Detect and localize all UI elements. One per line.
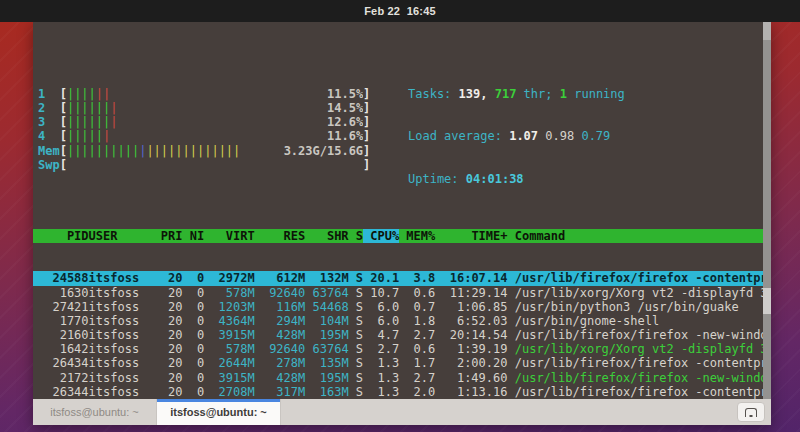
scrollbar[interactable] (763, 22, 771, 399)
meter-bracket: [ (60, 101, 67, 115)
meter-value: 3.23G/15.6G (284, 144, 363, 158)
meter-value: 14.5% (327, 101, 363, 115)
cell-mem: 1.8 (399, 314, 435, 328)
text-part: 1 (560, 87, 567, 101)
cell-s: S (349, 385, 363, 399)
column-header-time[interactable]: TIME+ (435, 229, 507, 243)
text-part: running (567, 87, 625, 101)
cell-cpu: 1.3 (363, 356, 399, 370)
cell-command: /usr/lib/firefox/firefox -new-window (508, 371, 764, 385)
cell-s: S (349, 286, 363, 300)
tab-label: itsfoss@ubuntu: ~ (170, 406, 267, 418)
column-header-shr[interactable]: SHR (305, 229, 348, 243)
tab-bar-button[interactable] (737, 402, 765, 422)
column-header-res[interactable]: RES (255, 229, 306, 243)
meter-bars: |||||||14.5% (67, 101, 363, 115)
process-row[interactable]: 2160itsfoss2003915M428M195MS4.72.720:14.… (33, 328, 763, 342)
process-table: 24588itsfoss2002972M612M132MS20.13.816:0… (33, 271, 763, 399)
cell-ni: 0 (182, 328, 204, 342)
cell-s: S (349, 300, 363, 314)
scrollbar-thumb-top[interactable] (763, 22, 771, 40)
process-row[interactable]: 26344itsfoss2002708M317M163MS1.32.01:13.… (33, 385, 763, 399)
text-part: 717 (495, 87, 517, 101)
column-header-cpu[interactable]: CPU% (363, 229, 399, 243)
cell-pid: 1630 (38, 286, 89, 300)
cell-time: 1:06.85 (435, 300, 507, 314)
column-header-pid[interactable]: PID (38, 229, 89, 243)
cell-virt: 578M (204, 286, 255, 300)
cell-pid: 2172 (38, 371, 89, 385)
meter-label: 1 (38, 87, 60, 101)
cell-pid: 24588 (38, 271, 89, 285)
cell-res: 116M (255, 300, 306, 314)
cell-res: 92640 (255, 286, 306, 300)
cell-ni: 0 (182, 300, 204, 314)
clock: Feb 22 16:45 (364, 5, 436, 17)
cell-pri: 20 (154, 356, 183, 370)
column-header-ni[interactable]: NI (182, 229, 204, 243)
tab-label: itsfoss@ubuntu: ~ (50, 406, 139, 418)
cell-time: 20:14.54 (435, 328, 507, 342)
process-row[interactable]: 27421itsfoss2001203M116M54468S6.00.71:06… (33, 300, 763, 314)
process-row[interactable]: 26434itsfoss2002644M278M135MS1.31.72:00.… (33, 356, 763, 370)
guake-terminal-window[interactable]: 1[||||||11.5%]2[|||||||14.5%]3[|||||||12… (33, 22, 771, 425)
column-header-pri[interactable]: PRI (154, 229, 183, 243)
meter-label: 3 (38, 115, 60, 129)
cell-s: S (349, 371, 363, 385)
column-header-s[interactable]: S (349, 229, 363, 243)
cell-shr: 195M (305, 328, 348, 342)
cell-virt: 1203M (204, 300, 255, 314)
htop-pane[interactable]: 1[||||||11.5%]2[|||||||14.5%]3[|||||||12… (33, 50, 763, 399)
cell-mem: 3.8 (399, 271, 435, 285)
cell-s: S (349, 356, 363, 370)
tab-list: itsfoss@ubuntu: ~itsfoss@ubuntu: ~ (33, 399, 281, 425)
meter-bracket: [ (60, 158, 67, 172)
tab-terminal-2[interactable]: itsfoss@ubuntu: ~ (157, 399, 281, 425)
meter-4: 4[||||||11.6%] (33, 129, 763, 143)
meter-bars: ||||||11.6% (67, 129, 363, 143)
cell-pri: 20 (154, 271, 183, 285)
cell-res: 428M (255, 328, 306, 342)
process-row[interactable]: 1642itsfoss200578M9264063764S2.70.61:39.… (33, 342, 763, 356)
column-header-mem[interactable]: MEM% (399, 229, 435, 243)
cell-virt: 4364M (204, 314, 255, 328)
meter-bracket: ] (363, 87, 370, 101)
process-row[interactable]: 24588itsfoss2002972M612M132MS20.13.816:0… (33, 271, 763, 285)
load-average-line: Load average: 1.07 0.98 0.79 (408, 129, 625, 143)
cell-command: /usr/lib/firefox/firefox -contentproc -c… (508, 271, 764, 285)
process-row[interactable]: 2172itsfoss2003915M428M195MS1.32.71:49.6… (33, 371, 763, 385)
tab-terminal-1[interactable]: itsfoss@ubuntu: ~ (33, 399, 157, 425)
process-row[interactable]: 1630itsfoss200578M9264063764S10.70.611:2… (33, 286, 763, 300)
cell-time: 1:49.60 (435, 371, 507, 385)
cell-res: 612M (255, 271, 306, 285)
cell-mem: 0.7 (399, 300, 435, 314)
cell-virt: 2972M (204, 271, 255, 285)
cell-cpu: 2.7 (363, 342, 399, 356)
terminal-content[interactable]: 1[||||||11.5%]2[|||||||14.5%]3[|||||||12… (33, 22, 763, 399)
uptime-line: Uptime: 04:01:38 (408, 172, 625, 186)
meter-value: 12.6% (327, 115, 363, 129)
column-header-command[interactable]: Command (508, 229, 764, 243)
meter-bar-segment: ||||| (67, 129, 103, 143)
meter-value: 11.6% (327, 129, 363, 143)
cell-pri: 20 (154, 300, 183, 314)
cell-mem: 2.0 (399, 385, 435, 399)
meter-bracket: ] (363, 158, 370, 172)
cell-user: itsfoss (89, 271, 154, 285)
cell-cpu: 6.0 (363, 314, 399, 328)
column-header-virt[interactable]: VIRT (204, 229, 255, 243)
process-table-header[interactable]: PIDUSERPRINIVIRTRESSHRSCPU%MEM%TIME+Comm… (33, 229, 763, 243)
process-row[interactable]: 1770itsfoss2004364M294M104MS6.01.86:52.0… (33, 314, 763, 328)
column-header-user[interactable]: USER (89, 229, 154, 243)
system-stats: Tasks: 139, 717 thr; 1 running Load aver… (408, 58, 625, 214)
cell-s: S (349, 342, 363, 356)
meter-bar-segment: | (110, 115, 117, 129)
meter-bar-segment: | (103, 129, 110, 143)
meter-bars: |||||||12.6% (67, 115, 363, 129)
text-part: Load average: (408, 129, 509, 143)
scrollbar-thumb-bottom[interactable] (763, 288, 771, 314)
cell-shr: 54468 (305, 300, 348, 314)
cell-cpu: 20.1 (363, 271, 399, 285)
cell-s: S (349, 328, 363, 342)
cell-pid: 26344 (38, 385, 89, 399)
